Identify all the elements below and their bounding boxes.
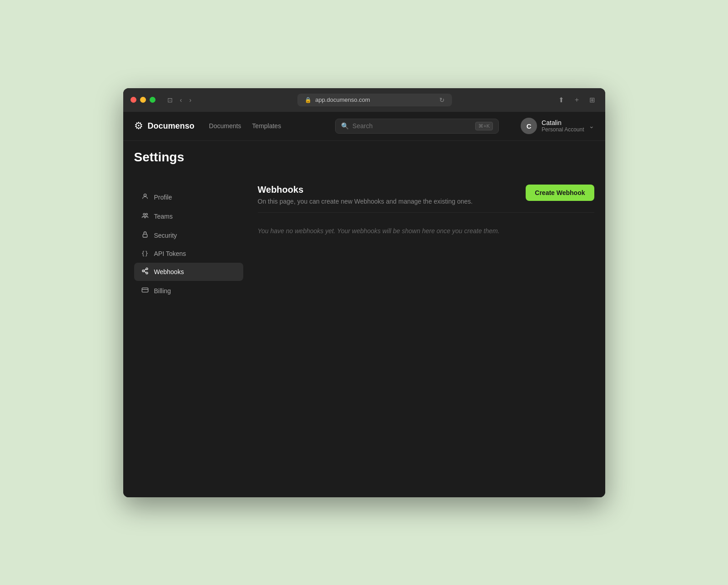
search-icon: 🔍: [341, 122, 349, 130]
security-icon: [141, 231, 150, 240]
page-title: Settings: [134, 150, 594, 165]
sidebar: Profile Teams: [134, 185, 243, 301]
title-bar: ⊡ ‹ › 🔒 app.documenso.com ↻ ⬆ ＋ ⊞: [123, 88, 605, 112]
reload-icon[interactable]: ↻: [439, 96, 445, 104]
share-button[interactable]: ⬆: [556, 94, 567, 106]
content-title-group: Webhooks On this page, you can create ne…: [258, 185, 473, 205]
app-content: ⚙ Documenso Documents Templates 🔍 ⌘+K C …: [123, 112, 605, 497]
svg-rect-3: [143, 234, 147, 237]
lock-icon: 🔒: [305, 97, 311, 103]
sidebar-webhooks-label: Webhooks: [154, 268, 184, 275]
tabs-button[interactable]: ⊞: [587, 94, 598, 106]
svg-point-1: [143, 213, 145, 215]
svg-line-8: [144, 269, 146, 270]
sidebar-billing-label: Billing: [154, 287, 171, 295]
create-webhook-button[interactable]: Create Webhook: [526, 185, 594, 201]
sidebar-item-security[interactable]: Security: [134, 226, 243, 245]
api-tokens-icon: {}: [141, 250, 150, 257]
new-tab-button[interactable]: ＋: [571, 94, 583, 106]
address-bar-container: 🔒 app.documenso.com ↻: [200, 94, 550, 106]
sidebar-teams-label: Teams: [154, 213, 173, 220]
user-account-type: Personal Account: [542, 126, 584, 133]
svg-point-5: [142, 270, 144, 272]
avatar: C: [521, 118, 537, 134]
window-controls: ⊡ ‹ ›: [165, 95, 194, 105]
traffic-lights: [131, 97, 156, 103]
sidebar-item-webhooks[interactable]: Webhooks: [134, 263, 243, 281]
url-text: app.documenso.com: [315, 96, 370, 103]
chevron-down-icon: ⌄: [589, 122, 594, 130]
sidebar-toggle-button[interactable]: ⊡: [165, 95, 176, 105]
search-bar[interactable]: 🔍 ⌘+K: [335, 119, 499, 134]
forward-button[interactable]: ›: [186, 95, 194, 105]
teams-icon: [141, 212, 150, 221]
browser-actions: ⬆ ＋ ⊞: [556, 94, 598, 106]
minimize-button[interactable]: [140, 97, 146, 103]
webhooks-icon: [141, 267, 150, 276]
profile-icon: [141, 193, 150, 202]
content-area: Webhooks On this page, you can create ne…: [243, 185, 594, 301]
billing-icon: [141, 286, 150, 295]
sidebar-security-label: Security: [154, 232, 177, 239]
sidebar-api-tokens-label: API Tokens: [154, 250, 186, 257]
logo-icon: ⚙: [134, 120, 143, 132]
sidebar-item-billing[interactable]: Billing: [134, 282, 243, 300]
logo-area: ⚙ Documenso: [134, 120, 195, 132]
sidebar-item-api-tokens[interactable]: {} API Tokens: [134, 245, 243, 262]
svg-rect-9: [142, 288, 148, 292]
close-button[interactable]: [131, 97, 136, 103]
nav-templates[interactable]: Templates: [252, 122, 281, 130]
top-nav: ⚙ Documenso Documents Templates 🔍 ⌘+K C …: [123, 112, 605, 141]
svg-point-2: [146, 213, 147, 215]
sidebar-item-teams[interactable]: Teams: [134, 207, 243, 225]
browser-window: ⊡ ‹ › 🔒 app.documenso.com ↻ ⬆ ＋ ⊞ ⚙ Docu…: [123, 88, 605, 497]
maximize-button[interactable]: [150, 97, 156, 103]
main-layout: Profile Teams: [123, 174, 605, 312]
search-shortcut: ⌘+K: [475, 122, 493, 130]
nav-links: Documents Templates: [209, 122, 281, 130]
user-info: Catalin Personal Account: [542, 119, 584, 133]
address-bar[interactable]: 🔒 app.documenso.com ↻: [297, 94, 452, 106]
webhooks-empty-state: You have no webhooks yet. Your webhooks …: [258, 224, 594, 238]
svg-line-7: [144, 271, 146, 273]
webhooks-title: Webhooks: [258, 185, 473, 195]
page-title-area: Settings: [123, 141, 605, 174]
svg-point-0: [144, 194, 146, 196]
search-input[interactable]: [352, 122, 472, 130]
sidebar-item-profile[interactable]: Profile: [134, 188, 243, 206]
svg-point-6: [146, 272, 148, 274]
webhooks-description: On this page, you can create new Webhook…: [258, 198, 473, 205]
svg-point-4: [146, 268, 148, 270]
content-header: Webhooks On this page, you can create ne…: [258, 185, 594, 213]
nav-documents[interactable]: Documents: [209, 122, 241, 130]
back-button[interactable]: ‹: [177, 95, 185, 105]
logo-text: Documenso: [148, 121, 195, 131]
user-name: Catalin: [542, 119, 584, 126]
sidebar-profile-label: Profile: [154, 194, 172, 201]
user-area[interactable]: C Catalin Personal Account ⌄: [521, 118, 594, 134]
